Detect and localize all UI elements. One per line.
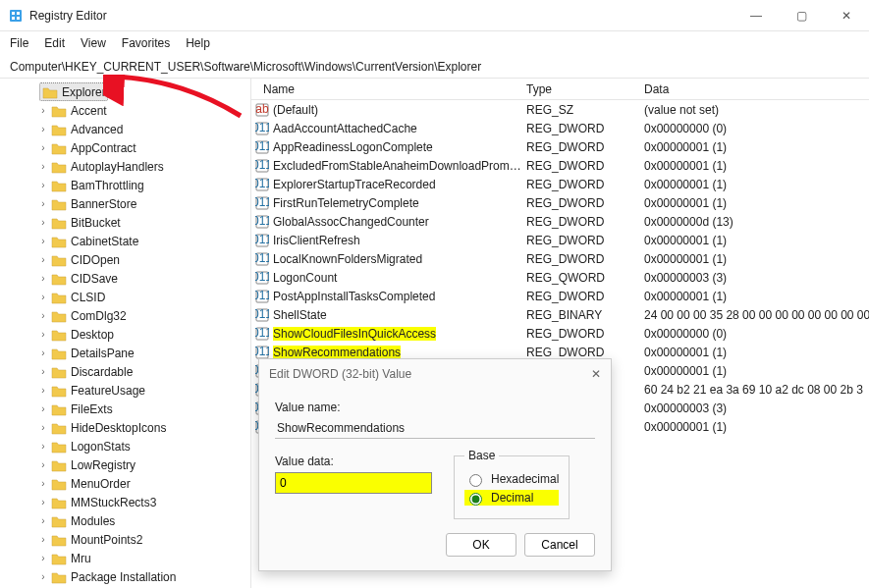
expand-icon[interactable] bbox=[37, 422, 49, 433]
reg-value-icon: 011 bbox=[251, 308, 273, 322]
tree-item[interactable]: Accent bbox=[0, 101, 250, 120]
value-row[interactable]: 011IrisClientRefreshREG_DWORD0x00000001 … bbox=[251, 231, 869, 249]
expand-icon[interactable] bbox=[37, 198, 49, 209]
tree-pane[interactable]: Explorer AccentAdvancedAppContractAutopl… bbox=[0, 79, 251, 588]
dialog-close-icon[interactable]: ✕ bbox=[591, 367, 601, 381]
menu-favorites[interactable]: Favorites bbox=[122, 36, 170, 50]
column-headers[interactable]: Name Type Data bbox=[251, 79, 869, 100]
cancel-button[interactable]: Cancel bbox=[524, 533, 595, 557]
svg-rect-2 bbox=[17, 12, 20, 15]
expand-icon[interactable] bbox=[37, 515, 49, 526]
value-data-input[interactable] bbox=[275, 472, 432, 494]
menu-edit[interactable]: Edit bbox=[44, 36, 65, 50]
tree-item[interactable]: FeatureUsage bbox=[0, 381, 250, 400]
value-row[interactable]: 011PostAppInstallTasksCompletedREG_DWORD… bbox=[251, 287, 869, 305]
address-bar[interactable]: Computer\HKEY_CURRENT_USER\Software\Micr… bbox=[0, 55, 869, 79]
tree-item-label: Discardable bbox=[71, 365, 133, 379]
value-type: REG_DWORD bbox=[526, 122, 644, 135]
menu-view[interactable]: View bbox=[81, 36, 106, 50]
value-row[interactable]: 011ExcludedFromStableAnaheimDownloadProm… bbox=[251, 156, 869, 175]
expand-icon[interactable] bbox=[37, 142, 49, 153]
tree-item[interactable]: BamThrottling bbox=[0, 176, 250, 194]
ok-button[interactable]: OK bbox=[446, 533, 516, 557]
value-row[interactable]: 011ExplorerStartupTraceRecordedREG_DWORD… bbox=[251, 175, 869, 193]
reg-value-icon: 011 bbox=[251, 346, 273, 359]
radio-hex-label[interactable]: Hexadecimal bbox=[464, 471, 559, 487]
expand-icon[interactable] bbox=[37, 217, 49, 228]
tree-item[interactable]: Advanced bbox=[0, 120, 250, 138]
menu-help[interactable]: Help bbox=[186, 36, 210, 50]
column-type[interactable]: Type bbox=[526, 82, 644, 96]
tree-item[interactable]: Mru bbox=[0, 549, 250, 567]
tree-item[interactable]: CIDOpen bbox=[0, 250, 250, 269]
expand-icon[interactable] bbox=[37, 385, 49, 396]
menubar: File Edit View Favorites Help bbox=[0, 31, 869, 55]
menu-file[interactable]: File bbox=[10, 36, 28, 50]
tree-item[interactable]: DetailsPane bbox=[0, 344, 250, 362]
folder-icon bbox=[51, 123, 67, 136]
expand-icon[interactable] bbox=[37, 347, 49, 358]
expand-icon[interactable] bbox=[37, 497, 49, 508]
expand-icon[interactable] bbox=[37, 292, 49, 302]
column-data[interactable]: Data bbox=[644, 82, 869, 96]
expand-icon[interactable] bbox=[37, 105, 49, 116]
radio-hex[interactable] bbox=[469, 474, 482, 487]
tree-item[interactable]: AppContract bbox=[0, 138, 250, 157]
expand-icon[interactable] bbox=[37, 180, 49, 190]
tree-item[interactable]: FileExts bbox=[0, 400, 250, 418]
value-row[interactable]: 011LogonCountREG_QWORD0x00000003 (3) bbox=[251, 268, 869, 287]
expand-icon[interactable] bbox=[37, 273, 49, 284]
tree-item[interactable]: AutoplayHandlers bbox=[0, 157, 250, 176]
expand-icon[interactable] bbox=[37, 254, 49, 265]
tree-item[interactable]: Desktop bbox=[0, 325, 250, 344]
minimize-button[interactable]: ― bbox=[733, 0, 779, 31]
tree-item[interactable]: LowRegistry bbox=[0, 455, 250, 474]
tree-item[interactable]: MountPoints2 bbox=[0, 530, 250, 549]
list-pane[interactable]: Name Type Data ab(Default)REG_SZ(value n… bbox=[251, 79, 869, 588]
expand-icon[interactable] bbox=[37, 459, 49, 470]
expand-icon[interactable] bbox=[37, 161, 49, 172]
tree-item[interactable]: CIDSave bbox=[0, 269, 250, 288]
tree-item[interactable]: MMStuckRects3 bbox=[0, 493, 250, 511]
value-row[interactable]: 011ShowCloudFilesInQuickAccessREG_DWORD0… bbox=[251, 324, 869, 343]
tree-item[interactable]: LogonStats bbox=[0, 437, 250, 455]
tree-item[interactable]: Package Installation bbox=[0, 567, 250, 586]
maximize-button[interactable]: ▢ bbox=[779, 0, 824, 31]
value-row[interactable]: 011AppReadinessLogonCompleteREG_DWORD0x0… bbox=[251, 137, 869, 156]
tree-item[interactable]: BannerStore bbox=[0, 194, 250, 213]
tree-item[interactable]: HideDesktopIcons bbox=[0, 418, 250, 437]
tree-item[interactable]: Modules bbox=[0, 511, 250, 530]
tree-item[interactable]: CabinetState bbox=[0, 232, 250, 250]
tree-item[interactable]: Discardable bbox=[0, 362, 250, 381]
value-row[interactable]: 011FirstRunTelemetryCompleteREG_DWORD0x0… bbox=[251, 193, 869, 212]
value-row[interactable]: ab(Default)REG_SZ(value not set) bbox=[251, 100, 869, 119]
expand-icon[interactable] bbox=[37, 403, 49, 414]
tree-item[interactable]: MenuOrder bbox=[0, 474, 250, 493]
expand-icon[interactable] bbox=[37, 441, 49, 452]
tree-root-explorer[interactable]: Explorer bbox=[39, 82, 108, 101]
expand-icon[interactable] bbox=[37, 366, 49, 377]
tree-item[interactable]: ComDlg32 bbox=[0, 306, 250, 325]
radio-dec[interactable] bbox=[469, 493, 482, 506]
value-row[interactable]: 011LocalKnownFoldersMigratedREG_DWORD0x0… bbox=[251, 249, 869, 268]
column-name[interactable]: Name bbox=[251, 82, 526, 96]
expand-icon[interactable] bbox=[37, 534, 49, 545]
value-row[interactable]: 011GlobalAssocChangedCounterREG_DWORD0x0… bbox=[251, 212, 869, 231]
expand-icon[interactable] bbox=[37, 571, 49, 582]
value-data: 0x00000001 (1) bbox=[644, 364, 869, 378]
radio-dec-label[interactable]: Decimal bbox=[464, 490, 559, 506]
expand-icon[interactable] bbox=[37, 310, 49, 321]
expand-icon[interactable] bbox=[37, 329, 49, 340]
expand-icon[interactable] bbox=[37, 478, 49, 489]
close-button[interactable]: ✕ bbox=[824, 0, 869, 31]
expand-icon[interactable] bbox=[37, 553, 49, 563]
tree-item[interactable]: BitBucket bbox=[0, 213, 250, 232]
value-name: GlobalAssocChangedCounter bbox=[273, 215, 526, 229]
expand-icon[interactable] bbox=[37, 124, 49, 134]
folder-icon bbox=[42, 85, 58, 99]
dialog-titlebar[interactable]: Edit DWORD (32-bit) Value ✕ bbox=[259, 359, 611, 389]
tree-item[interactable]: CLSID bbox=[0, 288, 250, 306]
value-row[interactable]: 011ShellStateREG_BINARY24 00 00 00 35 28… bbox=[251, 305, 869, 324]
value-row[interactable]: 011AadAccountAttachedCacheREG_DWORD0x000… bbox=[251, 119, 869, 137]
expand-icon[interactable] bbox=[37, 236, 49, 246]
